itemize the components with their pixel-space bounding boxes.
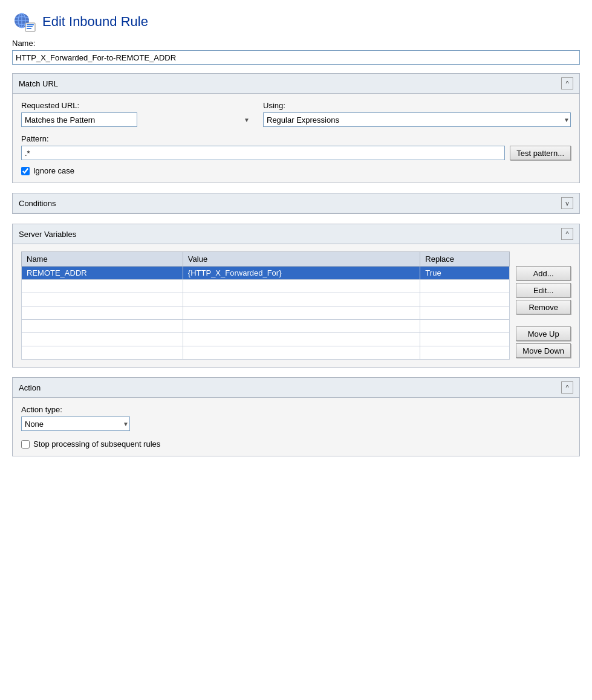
name-section: Name: <box>12 39 580 65</box>
using-col: Using: Regular Expressions Wildcards Exa… <box>263 101 571 127</box>
row-name <box>22 306 183 320</box>
action-collapse-btn[interactable]: ^ <box>561 381 573 394</box>
action-collapse-icon: ^ <box>565 384 568 391</box>
table-row[interactable] <box>22 333 510 346</box>
action-panel: Action ^ Action type: None Rewrite Redir… <box>12 377 580 456</box>
server-variables-header[interactable]: Server Variables ^ <box>13 224 579 244</box>
using-select-wrapper: Regular Expressions Wildcards Exact Matc… <box>263 112 571 127</box>
table-row[interactable] <box>22 306 510 320</box>
action-body: Action type: None Rewrite Redirect Custo… <box>13 398 579 456</box>
remove-button[interactable]: Remove <box>516 300 571 314</box>
match-url-panel: Match URL ^ Requested URL: Matches the P… <box>12 73 580 183</box>
stop-processing-row: Stop processing of subsequent rules <box>21 439 571 449</box>
row-name <box>22 346 183 360</box>
match-url-form-row: Requested URL: Matches the Pattern Does … <box>21 101 571 127</box>
using-label: Using: <box>263 101 571 110</box>
ignore-case-row: Ignore case <box>21 166 571 175</box>
action-header[interactable]: Action ^ <box>13 378 579 398</box>
requested-url-label: Requested URL: <box>21 101 251 110</box>
page-container: Edit Inbound Rule Name: Match URL ^ Requ… <box>0 0 592 476</box>
table-row[interactable]: REMOTE_ADDR {HTTP_X_Forwarded_For} True <box>22 267 510 280</box>
row-name <box>22 293 183 306</box>
row-name <box>22 320 183 333</box>
ignore-case-checkbox[interactable] <box>21 167 30 175</box>
using-select[interactable]: Regular Expressions Wildcards Exact Matc… <box>263 112 571 127</box>
server-variables-table-wrapper: Name Value Replace REMOTE_ADDR {HTTP_X_F… <box>21 251 510 360</box>
server-variables-buttons: Add... Edit... Remove Move Up Move Down <box>516 251 571 360</box>
server-variables-panel: Server Variables ^ Name Value Replace <box>12 224 580 368</box>
page-title: Edit Inbound Rule <box>42 14 148 30</box>
server-variables-collapse-btn[interactable]: ^ <box>561 228 573 240</box>
row-name <box>22 280 183 293</box>
table-row[interactable] <box>22 293 510 306</box>
requested-url-select[interactable]: Matches the Pattern Does Not Match the P… <box>21 112 137 127</box>
stop-processing-label: Stop processing of subsequent rules <box>33 439 160 449</box>
match-url-header[interactable]: Match URL ^ <box>13 74 579 94</box>
row-value <box>183 293 420 306</box>
page-header: Edit Inbound Rule <box>12 10 580 34</box>
test-pattern-button[interactable]: Test pattern... <box>510 146 571 160</box>
pattern-row: Test pattern... <box>21 146 571 160</box>
match-url-body: Requested URL: Matches the Pattern Does … <box>13 94 579 183</box>
conditions-collapse-btn[interactable]: v <box>561 197 573 209</box>
svg-rect-7 <box>27 28 31 29</box>
row-value <box>183 280 420 293</box>
requested-url-dropdown-arrow: ▼ <box>244 117 250 123</box>
server-variables-body: Name Value Replace REMOTE_ADDR {HTTP_X_F… <box>13 244 579 367</box>
row-replace <box>420 333 510 346</box>
server-variables-collapse-icon: ^ <box>565 230 568 238</box>
conditions-collapse-icon: v <box>565 199 569 207</box>
header-icon <box>12 10 36 34</box>
server-variables-tbody: REMOTE_ADDR {HTTP_X_Forwarded_For} True <box>22 267 510 360</box>
row-replace <box>420 280 510 293</box>
name-label: Name: <box>12 39 580 48</box>
row-value: {HTTP_X_Forwarded_For} <box>183 267 420 280</box>
conditions-title: Conditions <box>19 199 56 208</box>
add-button[interactable]: Add... <box>516 266 571 280</box>
table-row[interactable] <box>22 346 510 360</box>
col-header-value: Value <box>183 252 420 267</box>
server-variables-header-row: Name Value Replace <box>22 252 510 267</box>
stop-processing-checkbox[interactable] <box>21 440 30 449</box>
ignore-case-label: Ignore case <box>33 166 74 175</box>
action-title: Action <box>19 383 41 392</box>
edit-button[interactable]: Edit... <box>516 283 571 297</box>
row-value <box>183 346 420 360</box>
pattern-label: Pattern: <box>21 134 571 143</box>
row-name: REMOTE_ADDR <box>22 267 183 280</box>
table-row[interactable] <box>22 280 510 293</box>
action-type-select[interactable]: None Rewrite Redirect Custom Response Ab… <box>21 416 130 431</box>
move-up-button[interactable]: Move Up <box>516 326 571 341</box>
conditions-header[interactable]: Conditions v <box>13 193 579 213</box>
match-url-collapse-btn[interactable]: ^ <box>561 77 573 89</box>
move-down-button[interactable]: Move Down <box>516 343 571 358</box>
row-value <box>183 306 420 320</box>
svg-rect-5 <box>27 24 34 25</box>
requested-url-col: Requested URL: Matches the Pattern Does … <box>21 101 251 127</box>
server-variables-thead: Name Value Replace <box>22 252 510 267</box>
row-replace <box>420 346 510 360</box>
requested-url-select-wrapper: Matches the Pattern Does Not Match the P… <box>21 112 251 127</box>
name-input[interactable] <box>12 50 580 65</box>
action-type-label: Action type: <box>21 405 571 414</box>
col-header-replace: Replace <box>420 252 510 267</box>
svg-rect-6 <box>27 26 33 27</box>
row-name <box>22 333 183 346</box>
server-variables-table: Name Value Replace REMOTE_ADDR {HTTP_X_F… <box>21 251 510 360</box>
col-header-name: Name <box>22 252 183 267</box>
row-replace <box>420 306 510 320</box>
row-value <box>183 333 420 346</box>
match-url-title: Match URL <box>19 79 58 88</box>
match-url-collapse-icon: ^ <box>565 80 568 87</box>
server-variables-title: Server Variables <box>19 230 76 239</box>
table-row[interactable] <box>22 320 510 333</box>
action-type-select-wrapper: None Rewrite Redirect Custom Response Ab… <box>21 416 130 431</box>
server-variables-table-container: Name Value Replace REMOTE_ADDR {HTTP_X_F… <box>21 251 571 360</box>
row-value <box>183 320 420 333</box>
row-replace: True <box>420 267 510 280</box>
pattern-input[interactable] <box>21 146 505 160</box>
conditions-panel: Conditions v <box>12 193 580 214</box>
row-replace <box>420 293 510 306</box>
row-replace <box>420 320 510 333</box>
